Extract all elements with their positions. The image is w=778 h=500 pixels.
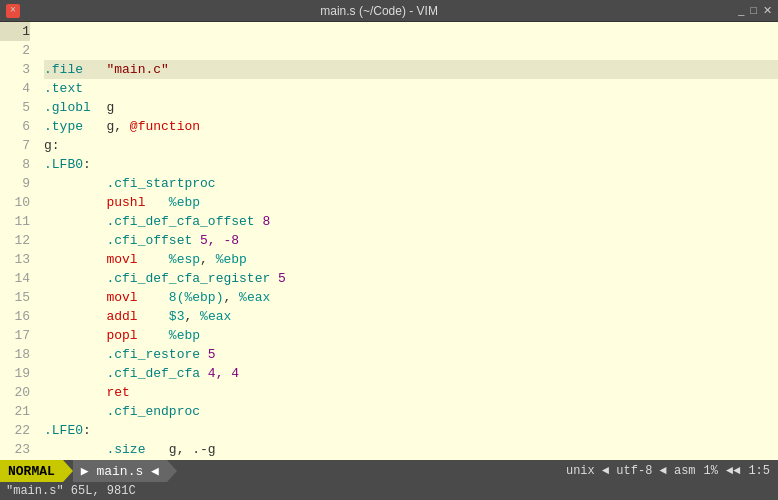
line-number: 14 [0, 269, 30, 288]
line-number: 4 [0, 79, 30, 98]
code-line: .cfi_offset 5, -8 [44, 231, 778, 250]
statusbar-filename: main.s [96, 464, 143, 479]
line-number: 17 [0, 326, 30, 345]
line-number: 20 [0, 383, 30, 402]
line-number: 10 [0, 193, 30, 212]
statusbar-right: unix ◄ utf-8 ◄ asm 1% ◄◄ 1:5 [566, 464, 778, 478]
code-line: .LFE0: [44, 421, 778, 440]
line-number: 5 [0, 98, 30, 117]
line-number: 21 [0, 402, 30, 421]
code-line: .file "main.c" [44, 60, 778, 79]
code-line: g: [44, 136, 778, 155]
line-number: 11 [0, 212, 30, 231]
mode-arrow [63, 460, 73, 482]
code-line: popl %ebp [44, 326, 778, 345]
code-line: ret [44, 383, 778, 402]
line-number: 12 [0, 231, 30, 250]
infobar: "main.s" 65L, 981C [0, 482, 778, 500]
line-number: 8 [0, 155, 30, 174]
line-number: 16 [0, 307, 30, 326]
line-number: 2 [0, 41, 30, 60]
code-line: .cfi_endproc [44, 402, 778, 421]
nav-arrows: ◄◄ [726, 464, 740, 478]
line-number: 18 [0, 345, 30, 364]
line-number: 6 [0, 117, 30, 136]
close-button[interactable]: × [6, 4, 20, 18]
code-line: .globl g [44, 98, 778, 117]
code-line: .cfi_def_cfa_offset 8 [44, 212, 778, 231]
code-line: .size g, .-g [44, 440, 778, 459]
code-line: .cfi_startproc [44, 174, 778, 193]
filename-badge: ▶ main.s ◀ [73, 460, 167, 482]
line-number: 3 [0, 60, 30, 79]
titlebar-right-controls: _ □ ✕ [738, 4, 772, 17]
line-number: 15 [0, 288, 30, 307]
code-line: .type g, @function [44, 117, 778, 136]
code-line: .LFB0: [44, 155, 778, 174]
code-line: .cfi_def_cfa_register 5 [44, 269, 778, 288]
line-number: 22 [0, 421, 30, 440]
filename-arrow [167, 460, 177, 482]
mode-badge: NORMAL [0, 460, 63, 482]
code-line: .cfi_restore 5 [44, 345, 778, 364]
nav-right-icon: ◀ [151, 463, 159, 479]
position: 1:5 [748, 464, 770, 478]
code-line: pushl %ebp [44, 193, 778, 212]
x-button[interactable]: ✕ [763, 4, 772, 17]
line-number: 7 [0, 136, 30, 155]
code-line: .cfi_def_cfa 4, 4 [44, 364, 778, 383]
file-format: unix ◄ utf-8 ◄ asm [566, 464, 696, 478]
code-line: addl $3, %eax [44, 307, 778, 326]
percent: 1% [704, 464, 718, 478]
line-number: 23 [0, 440, 30, 459]
window-title: main.s (~/Code) - VIM [20, 4, 738, 18]
code-line: movl 8(%ebp), %eax [44, 288, 778, 307]
nav-left-icon: ▶ [81, 463, 89, 479]
statusbar: NORMAL ▶ main.s ◀ unix ◄ utf-8 ◄ asm 1% … [0, 460, 778, 482]
infobar-text: "main.s" 65L, 981C [6, 484, 136, 498]
line-numbers: 1234567891011121314151617181920212223 [0, 22, 36, 460]
editor-area: 1234567891011121314151617181920212223 .f… [0, 22, 778, 460]
line-number: 9 [0, 174, 30, 193]
code-line: .text [44, 79, 778, 98]
minimize-button[interactable]: _ [738, 4, 744, 17]
line-number: 13 [0, 250, 30, 269]
titlebar-controls: × [6, 4, 20, 18]
titlebar: × main.s (~/Code) - VIM _ □ ✕ [0, 0, 778, 22]
line-number: 19 [0, 364, 30, 383]
maximize-button[interactable]: □ [750, 4, 757, 17]
code-line: movl %esp, %ebp [44, 250, 778, 269]
code-content[interactable]: .file "main.c".text.globl g.type g, @fun… [36, 22, 778, 460]
line-number: 1 [0, 22, 30, 41]
